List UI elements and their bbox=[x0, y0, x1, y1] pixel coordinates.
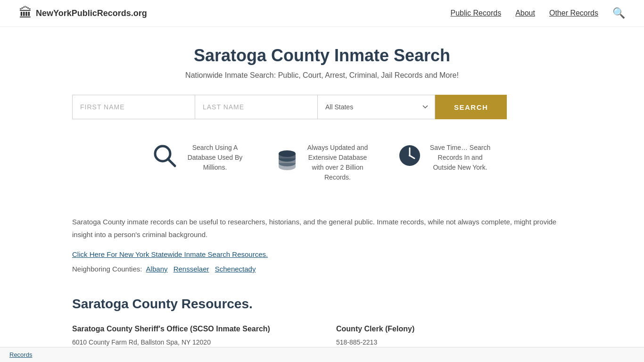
page-subtitle: Nationwide Inmate Search: Public, Court,… bbox=[72, 71, 572, 80]
page-title: Saratoga County Inmate Search bbox=[72, 46, 572, 66]
feature-search: Search Using A Database Used By Millions… bbox=[152, 143, 247, 173]
neighboring-counties: Neighboring Counties: Albany Rensselaer … bbox=[72, 265, 572, 273]
county-albany[interactable]: Albany bbox=[146, 265, 168, 273]
description-text: Saratoga County inmate records can be us… bbox=[72, 215, 572, 241]
logo-text: NewYorkPublicRecords.org bbox=[36, 8, 147, 18]
nav-about[interactable]: About bbox=[515, 9, 535, 17]
neighboring-label: Neighboring Counties: bbox=[72, 265, 142, 273]
resource-sheriff-title: Saratoga County Sheriff's Office (SCSO I… bbox=[72, 325, 308, 333]
feature-search-text: Search Using A Database Used By Millions… bbox=[183, 143, 247, 173]
feature-database-text: Always Updated and Extensive Database wi… bbox=[306, 143, 369, 182]
footer-records-link[interactable]: Records bbox=[9, 351, 32, 358]
nav-search-icon[interactable]: 🔍 bbox=[612, 7, 625, 19]
main-nav: Public Records About Other Records 🔍 bbox=[451, 7, 625, 19]
svg-point-6 bbox=[409, 155, 411, 156]
county-rensselaer[interactable]: Rensselaer bbox=[173, 265, 209, 273]
feature-time-text: Save Time… Search Records In and Outside… bbox=[429, 143, 492, 173]
statewide-link[interactable]: Click Here For New York Statewide Inmate… bbox=[72, 250, 572, 258]
footer: Records bbox=[0, 347, 644, 362]
search-icon bbox=[152, 143, 177, 173]
nav-other-records[interactable]: Other Records bbox=[549, 9, 598, 17]
resources-title: Saratoga County Resources. bbox=[72, 296, 572, 312]
search-form: All StatesAlabamaAlaskaArizonaArkansasCa… bbox=[72, 95, 572, 119]
states-dropdown[interactable]: All StatesAlabamaAlaskaArizonaArkansasCa… bbox=[317, 95, 435, 119]
feature-database: Always Updated and Extensive Database wi… bbox=[275, 143, 369, 182]
last-name-input[interactable] bbox=[195, 95, 317, 119]
logo-building-icon: 🏛 bbox=[19, 7, 32, 20]
nav-public-records[interactable]: Public Records bbox=[451, 9, 502, 17]
county-schenectady[interactable]: Schenectady bbox=[215, 265, 256, 273]
search-button[interactable]: SEARCH bbox=[435, 95, 507, 119]
site-logo[interactable]: 🏛 NewYorkPublicRecords.org bbox=[19, 7, 147, 20]
site-header: 🏛 NewYorkPublicRecords.org Public Record… bbox=[0, 0, 644, 27]
resource-clerk-title: County Clerk (Felony) bbox=[336, 325, 572, 333]
clock-icon bbox=[397, 143, 422, 173]
feature-time: Save Time… Search Records In and Outside… bbox=[397, 143, 492, 173]
first-name-input[interactable] bbox=[72, 95, 195, 119]
main-content: Saratoga County Inmate Search Nationwide… bbox=[63, 27, 581, 362]
database-icon bbox=[275, 148, 299, 177]
svg-line-1 bbox=[168, 159, 175, 166]
features-row: Search Using A Database Used By Millions… bbox=[72, 138, 572, 192]
